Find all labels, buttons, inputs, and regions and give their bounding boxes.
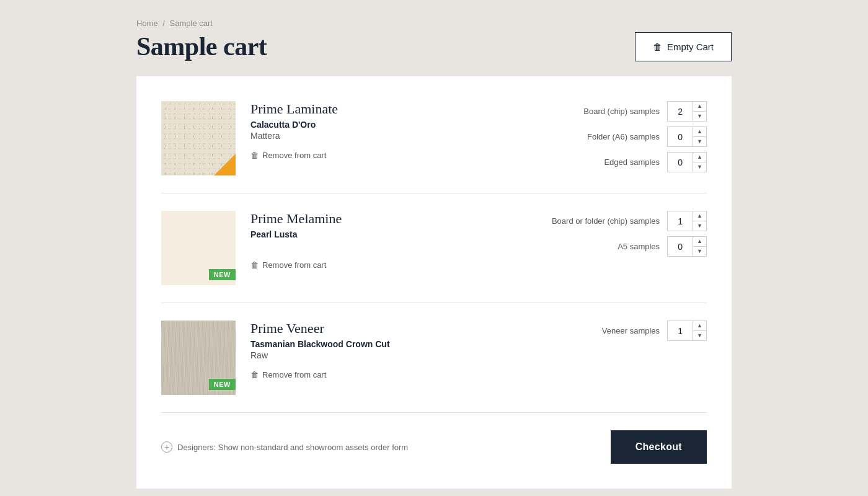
quantity-control: 1 ▲ ▼ [667, 321, 707, 341]
quantity-control: 0 ▲ ▼ [667, 152, 707, 172]
empty-cart-label: Empty Cart [667, 42, 714, 52]
trash-icon: 🗑 [250, 370, 259, 379]
qty-down-button[interactable]: ▼ [693, 112, 706, 121]
cart-item-prime-veneer: NEW Prime Veneer Tasmanian Blackwood Cro… [161, 303, 707, 412]
cart-footer: + Designers: Show non-standard and showr… [161, 413, 707, 464]
breadcrumb-separator: / [162, 19, 165, 28]
quantity-value: 0 [668, 130, 693, 144]
qty-arrows: ▲ ▼ [693, 102, 706, 121]
qty-arrows: ▲ ▼ [693, 237, 706, 256]
qty-up-button[interactable]: ▲ [693, 321, 706, 331]
qty-arrows: ▲ ▼ [693, 321, 706, 340]
designers-label: Designers: Show non-standard and showroo… [177, 443, 408, 452]
qty-down-button[interactable]: ▼ [693, 331, 706, 340]
quantity-label: Edged samples [604, 157, 660, 167]
item-image-laminate [161, 101, 236, 175]
quantity-value: 0 [668, 240, 693, 254]
item-quantities-melamine: Board or folder (chip) samples 1 ▲ ▼ A5 … [533, 211, 707, 257]
quantity-row-folder: Folder (A6) samples 0 ▲ ▼ [533, 126, 707, 147]
trash-icon: 🗑 [250, 151, 259, 160]
item-details-melamine: Prime Melamine Pearl Lusta 🗑 Remove from… [250, 211, 518, 270]
cart-item-prime-laminate: Prime Laminate Calacutta D'Oro Mattera 🗑… [161, 95, 707, 193]
remove-from-cart-button[interactable]: 🗑 Remove from cart [250, 370, 326, 379]
trash-icon: 🗑 [653, 42, 662, 52]
quantity-label: Veneer samples [602, 326, 660, 335]
new-badge: NEW [209, 379, 236, 390]
item-quantities-veneer: Veneer samples 1 ▲ ▼ [533, 321, 707, 341]
item-variant: Pearl Lusta [250, 229, 518, 239]
item-variant: Calacutta D'Oro [250, 120, 518, 130]
remove-from-cart-button[interactable]: 🗑 Remove from cart [250, 151, 326, 160]
breadcrumb: Home / Sample cart [136, 19, 267, 28]
item-subvariant: Raw [250, 350, 518, 360]
qty-down-button[interactable]: ▼ [693, 162, 706, 172]
item-variant: Tasmanian Blackwood Crown Cut [250, 339, 518, 349]
quantity-row-edged: Edged samples 0 ▲ ▼ [533, 152, 707, 172]
remove-label: Remove from cart [262, 370, 326, 379]
item-details-veneer: Prime Veneer Tasmanian Blackwood Crown C… [250, 321, 518, 379]
qty-arrows: ▲ ▼ [693, 127, 706, 146]
cart-item-prime-melamine: NEW Prime Melamine Pearl Lusta 🗑 Remove … [161, 193, 707, 303]
quantity-value: 2 [668, 105, 693, 118]
page-wrapper: Home / Sample cart Sample cart 🗑 Empty C… [136, 19, 732, 489]
qty-down-button[interactable]: ▼ [693, 247, 706, 256]
quantity-label: Board or folder (chip) samples [552, 216, 660, 226]
plus-icon: + [161, 441, 172, 453]
title-section: Home / Sample cart Sample cart [136, 19, 267, 61]
item-subvariant [250, 241, 518, 250]
quantity-value: 1 [668, 215, 693, 228]
quantity-value: 0 [668, 156, 693, 169]
new-badge: NEW [209, 269, 236, 280]
breadcrumb-home[interactable]: Home [136, 19, 158, 28]
quantity-control: 0 ▲ ▼ [667, 126, 707, 147]
quantity-label: A5 samples [618, 242, 660, 251]
checkout-button[interactable]: Checkout [611, 430, 707, 464]
qty-arrows: ▲ ▼ [693, 153, 706, 172]
empty-cart-button[interactable]: 🗑 Empty Cart [635, 32, 732, 61]
qty-down-button[interactable]: ▼ [693, 137, 706, 146]
item-name: Prime Laminate [250, 101, 518, 117]
qty-down-button[interactable]: ▼ [693, 221, 706, 231]
designers-row[interactable]: + Designers: Show non-standard and showr… [161, 441, 408, 453]
item-name: Prime Melamine [250, 211, 518, 227]
quantity-control: 1 ▲ ▼ [667, 211, 707, 231]
qty-up-button[interactable]: ▲ [693, 127, 706, 137]
quantity-control: 0 ▲ ▼ [667, 236, 707, 257]
qty-arrows: ▲ ▼ [693, 211, 706, 231]
qty-up-button[interactable]: ▲ [693, 237, 706, 247]
quantity-value: 1 [668, 324, 693, 338]
quantity-row-board-folder: Board or folder (chip) samples 1 ▲ ▼ [533, 211, 707, 231]
item-details-laminate: Prime Laminate Calacutta D'Oro Mattera 🗑… [250, 101, 518, 160]
remove-from-cart-button[interactable]: 🗑 Remove from cart [250, 260, 326, 270]
item-image-veneer: NEW [161, 321, 236, 395]
quantity-row-veneer: Veneer samples 1 ▲ ▼ [533, 321, 707, 341]
cart-container: Prime Laminate Calacutta D'Oro Mattera 🗑… [136, 76, 732, 489]
page-title: Sample cart [136, 32, 267, 61]
quantity-label: Board (chip) samples [583, 107, 660, 116]
item-name: Prime Veneer [250, 321, 518, 337]
qty-up-button[interactable]: ▲ [693, 102, 706, 112]
quantity-label: Folder (A6) samples [587, 132, 660, 141]
qty-up-button[interactable]: ▲ [693, 153, 706, 162]
trash-icon: 🗑 [250, 260, 259, 270]
item-image-melamine: NEW [161, 211, 236, 285]
remove-label: Remove from cart [262, 260, 326, 270]
quantity-row-board: Board (chip) samples 2 ▲ ▼ [533, 101, 707, 122]
qty-up-button[interactable]: ▲ [693, 211, 706, 221]
item-quantities-laminate: Board (chip) samples 2 ▲ ▼ Folder (A6) s… [533, 101, 707, 172]
laminate-texture [161, 101, 236, 175]
remove-label: Remove from cart [262, 151, 326, 160]
page-header: Home / Sample cart Sample cart 🗑 Empty C… [136, 19, 732, 61]
breadcrumb-current: Sample cart [170, 19, 213, 28]
quantity-row-a5: A5 samples 0 ▲ ▼ [533, 236, 707, 257]
item-subvariant: Mattera [250, 131, 518, 141]
quantity-control: 2 ▲ ▼ [667, 101, 707, 122]
